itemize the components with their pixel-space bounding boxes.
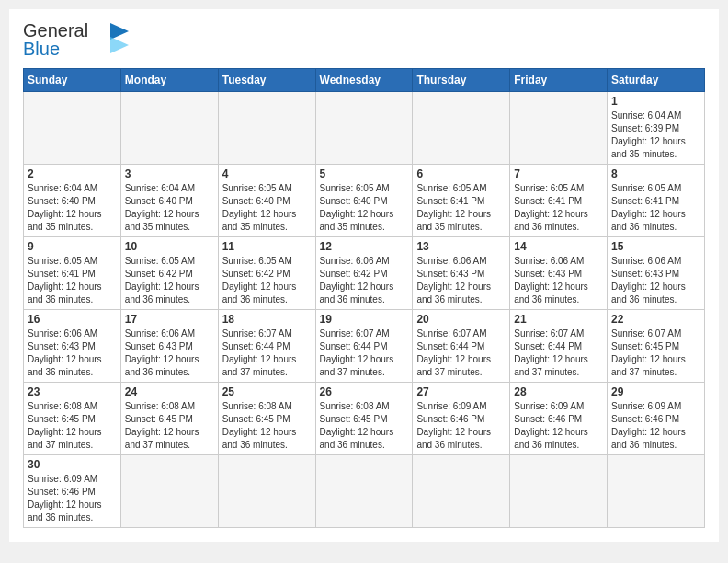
calendar-cell: [510, 92, 608, 165]
day-number: 9: [28, 240, 117, 253]
day-info: Sunrise: 6:09 AMSunset: 6:46 PMDaylight:…: [514, 400, 603, 452]
calendar-cell: 10Sunrise: 6:05 AMSunset: 6:42 PMDayligh…: [120, 237, 218, 310]
calendar-cell: 11Sunrise: 6:05 AMSunset: 6:42 PMDayligh…: [218, 237, 315, 310]
weekday-header-saturday: Saturday: [608, 69, 705, 92]
calendar-cell: 30Sunrise: 6:09 AMSunset: 6:46 PMDayligh…: [24, 455, 121, 528]
calendar-cell: 21Sunrise: 6:07 AMSunset: 6:44 PMDayligh…: [510, 310, 608, 383]
day-number: 28: [514, 385, 603, 398]
page-header: General Blue: [23, 18, 705, 63]
day-info: Sunrise: 6:09 AMSunset: 6:46 PMDaylight:…: [611, 400, 700, 452]
day-number: 1: [611, 95, 700, 108]
day-info: Sunrise: 6:06 AMSunset: 6:43 PMDaylight:…: [416, 255, 506, 306]
day-info: Sunrise: 6:07 AMSunset: 6:44 PMDaylight:…: [222, 327, 312, 379]
day-info: Sunrise: 6:08 AMSunset: 6:45 PMDaylight:…: [320, 400, 409, 452]
calendar-cell: [413, 92, 510, 165]
day-info: Sunrise: 6:08 AMSunset: 6:45 PMDaylight:…: [125, 400, 214, 452]
calendar-cell: 3Sunrise: 6:04 AMSunset: 6:40 PMDaylight…: [120, 165, 218, 237]
day-number: 12: [320, 240, 409, 253]
day-info: Sunrise: 6:05 AMSunset: 6:41 PMDaylight:…: [514, 182, 603, 234]
calendar-cell: 26Sunrise: 6:08 AMSunset: 6:45 PMDayligh…: [315, 383, 413, 455]
calendar-cell: [218, 92, 315, 165]
calendar-cell: 25Sunrise: 6:08 AMSunset: 6:45 PMDayligh…: [218, 383, 315, 455]
svg-text:General: General: [23, 20, 88, 40]
day-info: Sunrise: 6:05 AMSunset: 6:41 PMDaylight:…: [416, 182, 506, 234]
calendar-cell: 5Sunrise: 6:05 AMSunset: 6:40 PMDaylight…: [315, 165, 413, 237]
day-info: Sunrise: 6:09 AMSunset: 6:46 PMDaylight:…: [28, 473, 117, 524]
calendar-cell: 6Sunrise: 6:05 AMSunset: 6:41 PMDaylight…: [413, 165, 510, 237]
calendar-cell: [24, 92, 121, 165]
calendar-cell: 9Sunrise: 6:05 AMSunset: 6:41 PMDaylight…: [24, 237, 121, 310]
logo-text: General Blue: [23, 18, 133, 63]
day-info: Sunrise: 6:08 AMSunset: 6:45 PMDaylight:…: [222, 400, 312, 452]
day-info: Sunrise: 6:04 AMSunset: 6:39 PMDaylight:…: [611, 109, 700, 161]
day-number: 17: [125, 313, 214, 326]
calendar-cell: [218, 455, 315, 528]
day-number: 16: [28, 313, 117, 326]
calendar-cell: 27Sunrise: 6:09 AMSunset: 6:46 PMDayligh…: [413, 383, 510, 455]
calendar-cell: [120, 455, 218, 528]
week-row-2: 2Sunrise: 6:04 AMSunset: 6:40 PMDaylight…: [24, 165, 705, 237]
svg-marker-2: [110, 23, 129, 40]
calendar-cell: 15Sunrise: 6:06 AMSunset: 6:43 PMDayligh…: [608, 237, 705, 310]
calendar-cell: 2Sunrise: 6:04 AMSunset: 6:40 PMDaylight…: [24, 165, 121, 237]
day-info: Sunrise: 6:06 AMSunset: 6:43 PMDaylight:…: [514, 255, 603, 306]
day-info: Sunrise: 6:05 AMSunset: 6:41 PMDaylight:…: [28, 255, 117, 306]
day-number: 5: [320, 167, 409, 180]
day-info: Sunrise: 6:09 AMSunset: 6:46 PMDaylight:…: [416, 400, 506, 452]
day-number: 6: [416, 167, 506, 180]
day-info: Sunrise: 6:07 AMSunset: 6:44 PMDaylight:…: [514, 327, 603, 379]
weekday-header-wednesday: Wednesday: [315, 69, 413, 92]
calendar-cell: [510, 455, 608, 528]
day-number: 22: [611, 313, 700, 326]
day-number: 30: [28, 458, 117, 471]
calendar-cell: 4Sunrise: 6:05 AMSunset: 6:40 PMDaylight…: [218, 165, 315, 237]
day-number: 8: [611, 167, 700, 180]
calendar-cell: 19Sunrise: 6:07 AMSunset: 6:44 PMDayligh…: [315, 310, 413, 383]
day-number: 20: [416, 313, 506, 326]
day-number: 2: [28, 167, 117, 180]
weekday-header-monday: Monday: [120, 69, 218, 92]
svg-marker-3: [110, 37, 129, 53]
calendar-cell: 22Sunrise: 6:07 AMSunset: 6:45 PMDayligh…: [608, 310, 705, 383]
day-info: Sunrise: 6:04 AMSunset: 6:40 PMDaylight:…: [125, 182, 214, 234]
calendar-cell: 8Sunrise: 6:05 AMSunset: 6:41 PMDaylight…: [608, 165, 705, 237]
day-info: Sunrise: 6:06 AMSunset: 6:43 PMDaylight:…: [611, 255, 700, 306]
day-number: 13: [416, 240, 506, 253]
day-info: Sunrise: 6:05 AMSunset: 6:42 PMDaylight:…: [222, 255, 312, 306]
week-row-1: 1Sunrise: 6:04 AMSunset: 6:39 PMDaylight…: [24, 92, 705, 165]
weekday-header-thursday: Thursday: [413, 69, 510, 92]
calendar-cell: 20Sunrise: 6:07 AMSunset: 6:44 PMDayligh…: [413, 310, 510, 383]
day-number: 23: [28, 385, 117, 398]
calendar-cell: 29Sunrise: 6:09 AMSunset: 6:46 PMDayligh…: [608, 383, 705, 455]
day-info: Sunrise: 6:06 AMSunset: 6:43 PMDaylight:…: [28, 327, 117, 379]
day-info: Sunrise: 6:05 AMSunset: 6:40 PMDaylight:…: [222, 182, 312, 234]
calendar-cell: 14Sunrise: 6:06 AMSunset: 6:43 PMDayligh…: [510, 237, 608, 310]
calendar-cell: 23Sunrise: 6:08 AMSunset: 6:45 PMDayligh…: [24, 383, 121, 455]
day-info: Sunrise: 6:07 AMSunset: 6:44 PMDaylight:…: [416, 327, 506, 379]
day-number: 19: [320, 313, 409, 326]
calendar-cell: 18Sunrise: 6:07 AMSunset: 6:44 PMDayligh…: [218, 310, 315, 383]
day-info: Sunrise: 6:04 AMSunset: 6:40 PMDaylight:…: [28, 182, 117, 234]
day-info: Sunrise: 6:07 AMSunset: 6:45 PMDaylight:…: [611, 327, 700, 379]
day-info: Sunrise: 6:05 AMSunset: 6:42 PMDaylight:…: [125, 255, 214, 306]
calendar-table: SundayMondayTuesdayWednesdayThursdayFrid…: [23, 68, 705, 528]
calendar-cell: 28Sunrise: 6:09 AMSunset: 6:46 PMDayligh…: [510, 383, 608, 455]
day-number: 15: [611, 240, 700, 253]
weekday-header-sunday: Sunday: [24, 69, 121, 92]
day-number: 26: [320, 385, 409, 398]
calendar-cell: 24Sunrise: 6:08 AMSunset: 6:45 PMDayligh…: [120, 383, 218, 455]
day-number: 25: [222, 385, 312, 398]
week-row-5: 23Sunrise: 6:08 AMSunset: 6:45 PMDayligh…: [24, 383, 705, 455]
day-number: 10: [125, 240, 214, 253]
day-info: Sunrise: 6:08 AMSunset: 6:45 PMDaylight:…: [28, 400, 117, 452]
day-number: 4: [222, 167, 312, 180]
day-number: 24: [125, 385, 214, 398]
day-info: Sunrise: 6:05 AMSunset: 6:41 PMDaylight:…: [611, 182, 700, 234]
day-number: 27: [416, 385, 506, 398]
weekday-header-friday: Friday: [510, 69, 608, 92]
calendar-cell: 12Sunrise: 6:06 AMSunset: 6:42 PMDayligh…: [315, 237, 413, 310]
day-number: 21: [514, 313, 603, 326]
calendar-cell: [315, 92, 413, 165]
calendar-page: General Blue SundayMondayTuesdayWednesda…: [9, 9, 719, 542]
week-row-4: 16Sunrise: 6:06 AMSunset: 6:43 PMDayligh…: [24, 310, 705, 383]
